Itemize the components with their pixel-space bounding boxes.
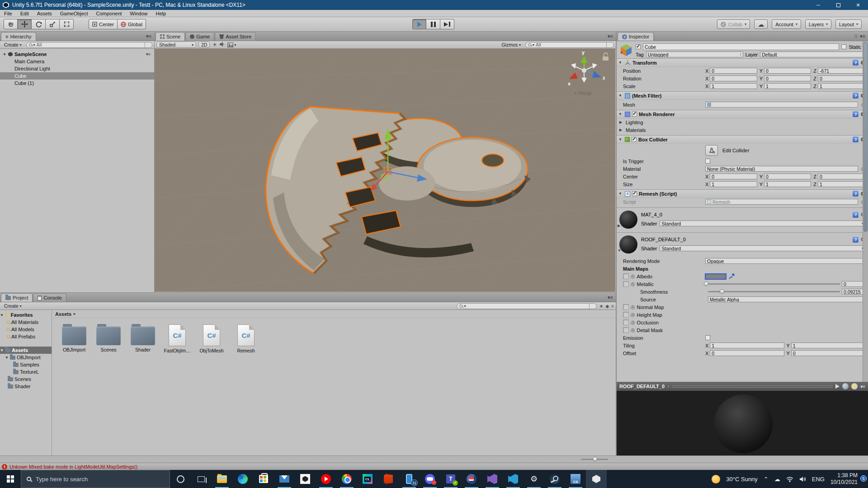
size-y-field[interactable]: 1 [764,181,811,187]
maximize-button[interactable] [828,0,848,10]
tree-all-models[interactable]: All Models [0,326,52,333]
transform-header[interactable]: ▼ Transform ?⚙ [617,58,868,67]
object-picker-icon[interactable]: ◎ [631,319,635,325]
scene-audio-toggle[interactable] [219,42,225,48]
lock-icon[interactable]: ⚿ [854,34,858,39]
texture-slot[interactable] [623,312,629,318]
offset-x-field[interactable]: 0 [710,350,784,356]
game-tab[interactable]: Game [185,32,214,41]
preview-shape-toggle[interactable] [842,383,849,389]
texture-slot[interactable] [623,273,629,279]
taskbar-mail[interactable] [274,470,295,488]
asset-shader[interactable]: Shader [127,326,159,352]
taskbar-unity-active[interactable] [586,470,607,488]
taskbar-visual-studio[interactable] [482,470,503,488]
task-view-button[interactable] [191,470,212,488]
rotation-z-field[interactable]: 0 [818,75,865,81]
scale-x-field[interactable]: 1 [710,83,757,89]
tree-favorites[interactable]: ▼★Favorites [0,311,52,319]
hierarchy-create-button[interactable]: Create▾ [2,42,24,48]
albedo-color-swatch[interactable] [705,273,726,280]
lighting-foldout[interactable]: ▶Lighting [617,118,868,126]
gameobject-name-field[interactable]: Cube [643,43,839,50]
tray-chevron-icon[interactable]: ⌃ [764,476,769,483]
panel-menu-icon[interactable]: ▾≡ [860,384,865,389]
taskbar-search-box[interactable]: Type here to search [21,470,170,488]
taskbar-steam[interactable] [544,470,565,488]
tree-all-prefabs[interactable]: All Prefabs [0,333,52,340]
drag-handle[interactable] [672,385,833,388]
asset-store-tab[interactable]: Asset Store [215,32,256,41]
minimize-button[interactable]: ─ [808,0,828,10]
pause-button[interactable] [426,19,440,29]
rotation-y-field[interactable]: 0 [764,75,811,81]
shader-dropdown[interactable]: Standard▾ [660,221,865,226]
taskbar-round-app[interactable] [461,470,482,488]
taskbar-store[interactable] [253,470,274,488]
cloud-button[interactable]: ☁ [754,19,768,29]
texture-slot[interactable] [623,327,629,333]
search-clear[interactable] [589,304,594,309]
inspector-tab[interactable]: iInspector [618,32,654,41]
panel-menu-icon[interactable]: ▾≡ [608,33,613,39]
center-x-field[interactable]: 0 [710,174,757,179]
pivot-toggle-button[interactable]: Center [89,19,118,29]
scrollbar-thumb[interactable] [863,42,868,232]
menu-window[interactable]: Window [126,11,151,16]
hierarchy-item-main-camera[interactable]: Main Camera [0,58,154,65]
is-trigger-checkbox[interactable] [705,159,710,164]
static-checkbox[interactable] [841,44,846,49]
start-button[interactable] [0,470,21,488]
tree-scenes[interactable]: Scenes [0,375,52,383]
hierarchy-item-directional-light[interactable]: Directional Light [0,65,154,72]
tree-texture[interactable]: TextureL [0,368,52,375]
search-clear[interactable] [606,42,611,47]
tag-dropdown[interactable]: Untagged↕ [646,52,743,57]
asset-objimport[interactable]: OBJImport [58,326,90,352]
smoothness-value-field[interactable]: 0.09215 [842,289,865,295]
tiling-y-field[interactable]: 1 [791,343,865,348]
hierarchy-item-scene[interactable]: ▼SampleScene▾≡ [0,51,154,58]
menu-file[interactable]: File [0,11,16,16]
mesh-renderer-header[interactable]: ▼ Mesh Renderer ?⚙ [617,110,868,118]
size-z-field[interactable]: 1 [818,181,865,187]
layers-dropdown[interactable]: Layers▾ [805,19,831,29]
search-clear[interactable] [145,42,150,47]
cortana-button[interactable] [170,470,191,488]
menu-help[interactable]: Help [151,11,170,16]
volume-icon[interactable] [799,476,806,482]
slider-thumb[interactable] [593,457,597,461]
scene-menu-icon[interactable]: ▾≡ [146,52,154,56]
hierarchy-search-field[interactable]: ▾All [26,42,152,48]
tree-shader[interactable]: Shader [0,383,52,390]
edit-collider-button[interactable] [705,145,718,156]
object-picker-icon[interactable]: ◎ [631,281,635,287]
shader-dropdown[interactable]: Standard▾ [660,245,865,251]
account-dropdown[interactable]: Account▾ [772,19,801,29]
weather-sun-icon[interactable] [712,475,720,483]
space-toggle-button[interactable]: Global [118,19,146,29]
help-icon[interactable]: ? [853,237,859,243]
tiling-x-field[interactable]: 1 [710,343,784,348]
source-dropdown[interactable]: Metallic Alpha↕ [708,296,865,302]
tree-assets-root[interactable]: ▼Assets [0,347,52,354]
taskbar-teams[interactable]: T [440,470,461,488]
eyedropper-icon[interactable] [728,273,735,280]
hidden-count-icon[interactable]: ≡ [611,304,614,309]
center-y-field[interactable]: 0 [764,174,811,179]
asset-objtomesh[interactable]: C#ObjToMesh [195,324,228,353]
panel-menu-icon[interactable]: ▾≡ [860,33,865,39]
taskbar-settings[interactable]: ⚙ [524,470,544,488]
taskbar-cities-skylines[interactable]: CS [565,470,586,488]
component-enabled-checkbox[interactable] [632,191,637,196]
hierarchy-item-cube[interactable]: Cube [0,72,154,80]
clock[interactable]: 1:38 PM10/10/2021 [830,472,858,486]
draw-mode-dropdown[interactable]: Shaded▾ [156,42,196,48]
taskbar-chrome[interactable] [336,470,357,488]
component-enabled-checkbox[interactable] [632,112,637,117]
position-y-field[interactable]: 0 [764,68,811,74]
object-picker-icon[interactable]: ◎ [631,312,635,318]
collab-button[interactable]: ✓Collab▾ [717,19,750,29]
gizmos-dropdown[interactable]: Gizmos▾ [499,42,523,48]
texture-slot[interactable] [623,304,629,310]
